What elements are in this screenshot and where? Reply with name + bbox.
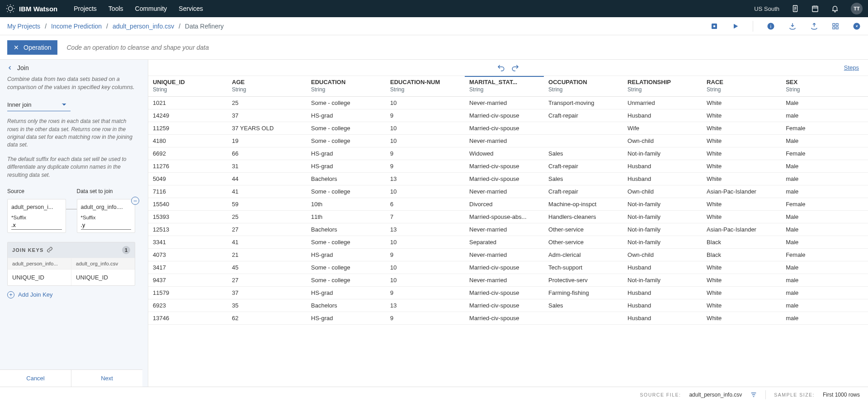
table-row[interactable]: 1157937 HS-grad9Married-civ-spouseFarmin…: [148, 287, 868, 299]
join-card: − adult_org_info.... *Suffix: [77, 199, 136, 233]
join-type-select[interactable]: Inner join: [7, 99, 71, 111]
nav-projects[interactable]: Projects: [74, 5, 97, 12]
table-cell: 13: [386, 223, 465, 236]
column-header[interactable]: RELATIONSHIP: [623, 76, 702, 86]
table-row[interactable]: 1125937 YEARS OLDSome - college10Married…: [148, 122, 868, 135]
operation-button[interactable]: ✕ Operation: [7, 40, 57, 55]
nav-community[interactable]: Community: [135, 5, 167, 12]
svg-rect-2: [812, 6, 818, 12]
crumb-file[interactable]: adult_person_info.csv: [113, 23, 174, 30]
separator: [753, 21, 753, 32]
table-cell: Husband: [623, 109, 702, 122]
table-cell: Married-civ-spouse: [465, 299, 544, 312]
data-area: Steps UNIQUE_IDAGEEDUCATIONEDUCATION-NUM…: [148, 60, 868, 387]
table-cell: Not-in-family: [623, 198, 702, 211]
table-cell: 6692: [148, 147, 227, 160]
table-row[interactable]: 669266 HS-grad9WidowedSalesNot-in-family…: [148, 147, 868, 160]
column-header[interactable]: EDUCATION: [307, 76, 386, 86]
grid-icon[interactable]: [832, 23, 839, 30]
operation-input[interactable]: [65, 40, 861, 55]
plus-icon: +: [7, 291, 14, 298]
undo-icon[interactable]: [497, 64, 505, 72]
table-cell: 15540: [148, 198, 227, 211]
crumb-sep: /: [45, 23, 47, 30]
source-suffix-input[interactable]: [11, 220, 62, 230]
table-scroll[interactable]: UNIQUE_IDAGEEDUCATIONEDUCATION-NUMMARITA…: [148, 76, 868, 387]
column-header[interactable]: MARITAL_STAT...: [465, 76, 544, 86]
join-desc: Combine data from two data sets based on…: [7, 75, 135, 91]
region-selector[interactable]: US South: [754, 5, 779, 12]
jk-value-left: UNIQUE_ID: [8, 269, 71, 285]
topbar: IBM Watson Projects Tools Community Serv…: [0, 0, 868, 17]
import-icon[interactable]: [788, 22, 797, 30]
table-row[interactable]: 692335Bachelors13Married-civ-spouseSales…: [148, 299, 868, 312]
column-header[interactable]: EDUCATION-NUM: [386, 76, 465, 86]
back-icon[interactable]: [7, 65, 13, 71]
table-row[interactable]: 407321 HS-grad9Never-marriedAdm-clerical…: [148, 249, 868, 261]
table-row[interactable]: 418019Some - college10Never-marriedOwn-c…: [148, 135, 868, 147]
suffix-label: *Suffix: [81, 215, 132, 220]
table-row[interactable]: 504944Bachelors13Married-civ-spouseSales…: [148, 173, 868, 185]
table-cell: White: [702, 160, 781, 173]
document-icon[interactable]: [791, 5, 799, 13]
table-cell: 59: [227, 198, 307, 211]
table-cell: Some - college: [307, 261, 386, 274]
nav-tools[interactable]: Tools: [108, 5, 123, 12]
table-cell: 41: [227, 236, 307, 249]
column-type: String: [781, 86, 868, 97]
table-cell: Farming-fishing: [544, 287, 623, 299]
steps-link[interactable]: Steps: [844, 64, 859, 71]
brand-text: IBM Watson: [19, 5, 57, 13]
next-button[interactable]: Next: [71, 370, 142, 387]
table-cell: 10: [386, 185, 465, 198]
info-icon[interactable]: i: [767, 22, 775, 30]
table-cell: HS-grad: [307, 287, 386, 299]
bell-icon[interactable]: [831, 5, 839, 13]
table-row[interactable]: 1374662 HS-grad9Married-civ-spouseHusban…: [148, 312, 868, 325]
column-header[interactable]: AGE: [227, 76, 307, 86]
column-header[interactable]: UNIQUE_ID: [148, 76, 227, 86]
table-cell: Husband: [623, 299, 702, 312]
column-header[interactable]: OCCUPATION: [544, 76, 623, 86]
jk-value-row[interactable]: UNIQUE_ID UNIQUE_ID: [8, 269, 135, 285]
table-cell: 9: [386, 109, 465, 122]
run-icon[interactable]: [732, 23, 739, 30]
calendar-icon[interactable]: [811, 5, 819, 13]
settings-icon[interactable]: [710, 22, 718, 30]
table-cell: 27: [227, 274, 307, 287]
table-row[interactable]: 102125Some - college10Never-marriedTrans…: [148, 97, 868, 109]
crumb-my-projects[interactable]: My Projects: [7, 23, 40, 30]
svg-point-4: [713, 25, 716, 27]
table-row[interactable]: 943727Some - college10Never-marriedProte…: [148, 274, 868, 287]
add-join-key-button[interactable]: + Add Join Key: [7, 291, 135, 298]
table-cell: White: [702, 274, 781, 287]
compass-icon[interactable]: [853, 22, 861, 30]
table-row[interactable]: 155405910th6DivorcedMachine-op-inspctNot…: [148, 198, 868, 211]
export-icon[interactable]: [810, 22, 818, 30]
table-row[interactable]: 1251327Bachelors13Never-marriedOther-ser…: [148, 223, 868, 236]
table-cell: Not-in-family: [623, 223, 702, 236]
source-card: adult_person_i... *Suffix: [7, 199, 66, 233]
table-cell: 3417: [148, 261, 227, 274]
table-row[interactable]: 1127631 HS-grad9Married-civ-spouseCraft-…: [148, 160, 868, 173]
column-header[interactable]: SEX: [781, 76, 868, 86]
redo-icon[interactable]: [511, 64, 519, 72]
table-row[interactable]: 1424937 HS-grad9Married-civ-spouseCraft-…: [148, 109, 868, 122]
nav-services[interactable]: Services: [179, 5, 203, 12]
table-row[interactable]: 711641Some - college10Never-marriedCraft…: [148, 185, 868, 198]
table-row[interactable]: 334141Some - college10SeparatedOther-ser…: [148, 236, 868, 249]
table-cell: 7: [386, 211, 465, 223]
brand-logo[interactable]: IBM Watson: [5, 4, 57, 14]
table-cell: Female: [781, 198, 868, 211]
table-row[interactable]: 341745Some - college10Married-civ-spouse…: [148, 261, 868, 274]
remove-dataset-icon[interactable]: −: [131, 197, 139, 205]
join-suffix-input[interactable]: [81, 220, 132, 230]
avatar[interactable]: TT: [851, 3, 863, 14]
cancel-button[interactable]: Cancel: [0, 370, 71, 387]
filter-icon[interactable]: [750, 391, 757, 398]
table-row[interactable]: 153932511th7Married-spouse-abs...Handler…: [148, 211, 868, 223]
crumb-income[interactable]: Income Prediction: [51, 23, 102, 30]
column-header[interactable]: RACE: [702, 76, 781, 86]
svg-text:i: i: [770, 23, 771, 28]
table-cell: Some - college: [307, 122, 386, 135]
